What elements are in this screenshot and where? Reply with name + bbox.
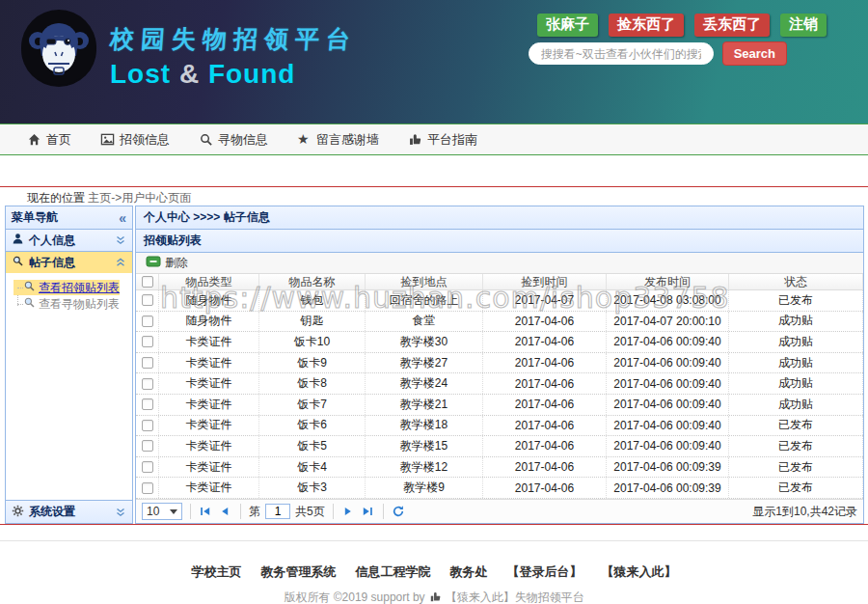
sidebar-section-personal-info[interactable]: 个人信息 bbox=[6, 229, 132, 251]
footer-link[interactable]: 教务管理系统 bbox=[261, 563, 337, 581]
status-cell: 成功贴 bbox=[729, 373, 863, 394]
status-cell: 已发布 bbox=[729, 478, 863, 498]
copyright-suffix: 【猿来入此】失物招领平台 bbox=[446, 590, 584, 604]
table-row[interactable]: 卡类证件饭卡9教学楼272017-04-062017-04-06 00:09:4… bbox=[136, 353, 863, 374]
select-all-checkbox[interactable] bbox=[142, 276, 153, 288]
publish-time-cell: 2017-04-06 00:09:40 bbox=[607, 353, 729, 373]
nav-item-guide[interactable]: 平台指南 bbox=[408, 131, 477, 149]
sidebar-section-post-info[interactable]: 帖子信息 bbox=[6, 251, 132, 273]
last-page-button[interactable] bbox=[361, 505, 375, 519]
table-row[interactable]: 卡类证件饭卡10教学楼302017-04-062017-04-06 00:09:… bbox=[136, 332, 863, 353]
search-input[interactable] bbox=[529, 42, 714, 65]
row-checkbox[interactable] bbox=[142, 440, 153, 452]
item-name-cell: 饭卡10 bbox=[259, 332, 366, 352]
delete-label: 删除 bbox=[165, 255, 188, 271]
status-cell: 成功贴 bbox=[729, 312, 863, 332]
status-cell: 成功贴 bbox=[729, 395, 863, 415]
magnifier-icon bbox=[23, 296, 36, 312]
row-checkbox[interactable] bbox=[142, 336, 153, 347]
tree-item-lost-post-list[interactable]: 查看寻物贴列表 bbox=[14, 296, 120, 312]
item-type-cell: 随身物件 bbox=[159, 312, 259, 332]
item-name-cell: 饭卡7 bbox=[259, 395, 366, 415]
table-row[interactable]: 随身物件钱包回宿舍的路上2017-04-072017-04-08 03:08:0… bbox=[136, 290, 863, 312]
column-found-time[interactable]: 捡到时间 bbox=[483, 274, 607, 289]
nav-item-thanks-wall[interactable]: ★ 留言感谢墙 bbox=[297, 131, 379, 149]
table-row[interactable]: 卡类证件饭卡6教学楼182017-04-062017-04-06 00:09:4… bbox=[136, 416, 863, 437]
footer-link[interactable]: 教务处 bbox=[450, 563, 488, 581]
row-checkbox-cell bbox=[136, 416, 159, 436]
row-checkbox[interactable] bbox=[142, 357, 153, 369]
spacer bbox=[0, 525, 868, 540]
table-row[interactable]: 卡类证件饭卡8教学楼242017-04-062017-04-06 00:09:4… bbox=[136, 373, 863, 395]
column-item-type[interactable]: 物品类型 bbox=[159, 274, 259, 289]
item-type-cell: 卡类证件 bbox=[159, 373, 259, 394]
table-row[interactable]: 卡类证件饭卡5教学楼152017-04-062017-04-06 00:09:4… bbox=[136, 436, 863, 457]
page-number-input[interactable] bbox=[265, 504, 290, 519]
prev-page-button[interactable] bbox=[218, 505, 232, 519]
found-time-cell: 2017-04-06 bbox=[483, 312, 607, 332]
column-status[interactable]: 状态 bbox=[729, 274, 863, 289]
first-page-button[interactable] bbox=[199, 505, 213, 519]
footer-link[interactable]: 【猿来入此】 bbox=[602, 563, 677, 581]
item-name-cell: 钱包 bbox=[259, 290, 366, 311]
found-time-cell: 2017-04-07 bbox=[483, 290, 607, 311]
found-location-cell: 教学楼30 bbox=[366, 332, 483, 352]
row-checkbox[interactable] bbox=[142, 378, 153, 390]
section-label: 帖子信息 bbox=[29, 255, 75, 271]
breadcrumb-path[interactable]: 主页->用户中心页面 bbox=[88, 191, 191, 205]
page-size-select[interactable]: 10 bbox=[142, 503, 182, 520]
row-checkbox-cell bbox=[136, 436, 159, 456]
column-found-location[interactable]: 捡到地点 bbox=[366, 274, 483, 289]
collapse-left-icon[interactable]: « bbox=[119, 210, 126, 226]
column-item-name[interactable]: 物品名称 bbox=[259, 274, 366, 289]
user-buttons: 张麻子 捡东西了 丢东西了 注销 bbox=[537, 14, 827, 37]
search-row: Search bbox=[529, 41, 787, 66]
nav-label: 留言感谢墙 bbox=[316, 131, 379, 149]
table-row[interactable]: 卡类证件饭卡7教学楼212017-04-062017-04-06 00:09:4… bbox=[136, 395, 863, 416]
row-checkbox[interactable] bbox=[142, 461, 153, 473]
table-row[interactable]: 卡类证件饭卡3教学楼92017-04-062017-04-06 00:09:39… bbox=[136, 478, 863, 499]
status-cell: 已发布 bbox=[729, 457, 863, 478]
logout-button[interactable]: 注销 bbox=[780, 14, 827, 37]
tree-item-found-post-list[interactable]: 查看招领贴列表 bbox=[14, 280, 120, 295]
found-location-cell: 食堂 bbox=[366, 312, 483, 332]
footer-link[interactable]: 学校主页 bbox=[192, 563, 242, 581]
username-button[interactable]: 张麻子 bbox=[537, 14, 598, 37]
next-page-button[interactable] bbox=[341, 505, 356, 519]
row-checkbox[interactable] bbox=[142, 482, 153, 494]
table-row[interactable]: 随身物件钥匙食堂2017-04-062017-04-07 20:00:10成功贴 bbox=[136, 312, 863, 333]
row-checkbox[interactable] bbox=[142, 420, 153, 431]
footer-link[interactable]: 【登录后台】 bbox=[507, 563, 583, 581]
lost-something-button[interactable]: 丢东西了 bbox=[694, 14, 770, 37]
nav-item-lost-info[interactable]: 寻物信息 bbox=[199, 131, 268, 149]
row-checkbox-cell bbox=[136, 290, 159, 311]
chevron-double-down-icon bbox=[115, 507, 126, 518]
search-button[interactable]: Search bbox=[722, 41, 787, 66]
sidebar-section-system-settings[interactable]: 系统设置 bbox=[6, 500, 132, 523]
row-checkbox-cell bbox=[136, 373, 159, 394]
column-publish-time[interactable]: 发布时间 bbox=[607, 274, 729, 289]
item-type-cell: 卡类证件 bbox=[159, 436, 259, 456]
nav-item-found-info[interactable]: 招领信息 bbox=[100, 131, 170, 149]
publish-time-cell: 2017-04-06 00:09:40 bbox=[607, 416, 729, 436]
row-checkbox[interactable] bbox=[142, 294, 153, 306]
row-checkbox[interactable] bbox=[142, 316, 153, 327]
refresh-button[interactable] bbox=[392, 505, 406, 519]
nav-item-home[interactable]: 首页 bbox=[27, 131, 71, 149]
found-something-button[interactable]: 捡东西了 bbox=[609, 14, 684, 37]
item-name-cell: 钥匙 bbox=[259, 312, 366, 332]
found-time-cell: 2017-04-06 bbox=[483, 436, 607, 456]
nav-label: 寻物信息 bbox=[218, 131, 268, 149]
row-checkbox-cell bbox=[136, 457, 159, 478]
title-block: 校园失物招领平台 Lost & Found bbox=[110, 23, 357, 90]
delete-button[interactable]: 删除 bbox=[142, 254, 192, 272]
sidebar-tree: 查看招领贴列表 查看寻物贴列表 bbox=[6, 273, 132, 500]
table-row[interactable]: 卡类证件饭卡4教学楼122017-04-062017-04-06 00:09:3… bbox=[136, 457, 863, 479]
section-label: 个人信息 bbox=[29, 233, 75, 249]
footer-link[interactable]: 信息工程学院 bbox=[356, 563, 431, 581]
found-location-cell: 教学楼21 bbox=[366, 395, 483, 415]
list-title: 招领贴列表 bbox=[136, 230, 863, 253]
divider bbox=[190, 504, 191, 519]
row-checkbox[interactable] bbox=[142, 398, 153, 410]
list-title-text: 招领贴列表 bbox=[144, 233, 202, 249]
